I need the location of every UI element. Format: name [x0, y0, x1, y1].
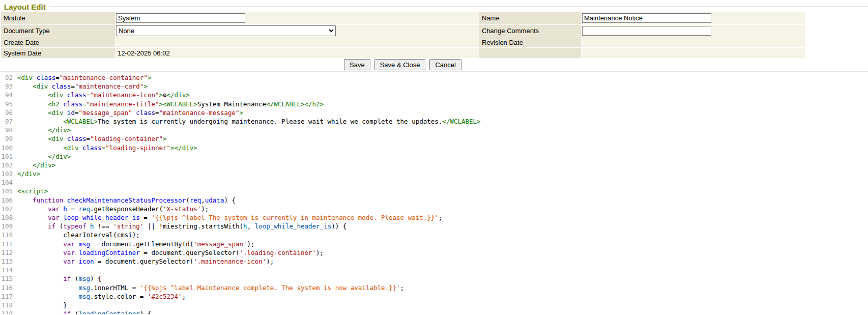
cancel-button[interactable]: Cancel [429, 59, 461, 70]
name-value-cell [582, 12, 805, 24]
code-line[interactable]: 119 if (loadingContainer) { [0, 309, 868, 314]
code-line[interactable]: 117 msg.style.color = '#2c5234'; [0, 292, 868, 301]
name-input[interactable] [582, 13, 711, 23]
change-comments-label: Change Comments [479, 25, 581, 37]
name-label: Name [479, 12, 581, 24]
code-line[interactable]: 116 msg.innerHTML = '{{%pjs ^label Maint… [0, 283, 868, 292]
line-number: 109 [0, 222, 13, 231]
layout-form: Module Name Document Type None Change Co… [1, 12, 806, 58]
system-date-label: System Date [1, 48, 115, 58]
code-line[interactable]: 106 function checkMaintenanceStatusProce… [0, 196, 868, 205]
code-line[interactable]: 108 var loop_while_header_is = '{{%pjs ^… [0, 213, 868, 222]
line-number: 92 [0, 73, 13, 82]
code-line[interactable]: 100 <div class="loading-spinner"></div> [0, 144, 868, 152]
code-text: var h = req.getResponseHeader('X-status'… [17, 205, 209, 213]
code-line[interactable]: 99 <div class="loading-container"> [0, 134, 868, 143]
line-number: 110 [0, 231, 13, 239]
line-number: 97 [0, 117, 13, 126]
code-line[interactable]: 104 [0, 178, 868, 187]
code-line[interactable]: 115 if (msg) { [0, 274, 868, 283]
code-line[interactable]: 92<div class="maintenance-container"> [0, 73, 868, 82]
line-number: 105 [0, 187, 13, 195]
line-number: 117 [0, 292, 13, 301]
revision-date-value-cell [582, 37, 805, 47]
code-editor[interactable]: 92<div class="maintenance-container">93 … [0, 71, 868, 314]
code-line[interactable]: 113 var icon = document.querySelector('.… [0, 257, 868, 266]
code-text: </div> [17, 153, 71, 160]
code-text: function checkMaintenanceStatusProcessor… [17, 196, 236, 204]
code-text: var loop_while_header_is = '{{%pjs ^labe… [17, 214, 442, 221]
line-number: 119 [0, 309, 13, 314]
line-number: 98 [0, 126, 13, 134]
line-number: 114 [0, 266, 13, 274]
save-and-close-button[interactable]: Save & Close [374, 59, 426, 70]
code-line[interactable]: 97 <WCLABEL>The system is currently unde… [0, 117, 868, 126]
code-text: var msg = document.getElementById('messa… [17, 240, 255, 248]
create-date-label: Create Date [1, 37, 115, 47]
code-line[interactable]: 102 </div> [0, 161, 868, 169]
code-line[interactable]: 93 <div class="maintenance-card"> [0, 82, 868, 91]
code-text: </div> [17, 161, 55, 169]
code-line[interactable]: 107 var h = req.getResponseHeader('X-sta… [0, 205, 868, 213]
save-button[interactable]: Save [344, 59, 370, 70]
line-number: 116 [0, 283, 13, 292]
code-line[interactable]: 114 [0, 266, 868, 274]
line-number: 118 [0, 301, 13, 309]
line-number: 112 [0, 248, 13, 257]
code-line[interactable]: 95 <h2 class="maintenance-title"><WCLABE… [0, 100, 868, 108]
module-value-cell [115, 12, 479, 24]
system-date-value-cell: 12-02-2025 06:02 [115, 48, 479, 58]
code-text: <div class="loading-spinner"></div> [17, 144, 197, 152]
title-rule [49, 7, 868, 8]
code-text: if (msg) { [17, 275, 102, 282]
line-number: 101 [0, 152, 13, 161]
code-line[interactable]: 110 clearInterval(cmsi); [0, 231, 868, 239]
line-number: 113 [0, 257, 13, 266]
code-text: var icon = document.querySelector('.main… [17, 257, 274, 265]
code-line[interactable]: 103</div> [0, 169, 868, 178]
code-line[interactable]: 109 if (typeof h !== 'string' || !miestr… [0, 222, 868, 231]
line-number: 106 [0, 196, 13, 205]
line-number: 100 [0, 144, 13, 152]
line-number: 102 [0, 161, 13, 169]
line-number: 99 [0, 134, 13, 143]
document-type-select[interactable]: None [116, 25, 336, 36]
code-line[interactable]: 94 <div class="maintenance-icon">⚙</div> [0, 91, 868, 99]
revision-date-label: Revision Date [479, 37, 581, 47]
line-number: 115 [0, 274, 13, 283]
code-line[interactable]: 101 </div> [0, 152, 868, 161]
code-text: <div id="message_span" class="maintenanc… [17, 109, 243, 117]
line-number: 111 [0, 240, 13, 248]
line-number: 96 [0, 108, 13, 117]
code-text: <div class="maintenance-card"> [17, 82, 148, 90]
code-text: clearInterval(cmsi); [17, 231, 140, 239]
code-text: <h2 class="maintenance-title"><WCLABEL>S… [17, 100, 324, 108]
line-number: 93 [0, 82, 13, 91]
button-bar: Save Save & Close Cancel [0, 58, 805, 71]
code-line[interactable]: 111 var msg = document.getElementById('m… [0, 240, 868, 248]
code-text: <WCLABEL>The system is currently undergo… [17, 118, 481, 125]
code-text: msg.innerHTML = '{{%pjs ^label Maintenan… [17, 284, 404, 292]
code-text: if (loadingContainer) { [17, 310, 151, 314]
code-text: <script> [17, 187, 48, 195]
empty-value-cell [582, 48, 805, 58]
change-comments-value-cell [582, 25, 805, 37]
document-type-label: Document Type [1, 25, 115, 37]
system-date-value: 12-02-2025 06:02 [115, 49, 170, 57]
code-text: <div class="maintenance-icon">⚙</div> [17, 91, 190, 99]
code-line[interactable]: 112 var loadingContainer = document.quer… [0, 248, 868, 257]
page: Layout Edit Module Name Document Type No… [0, 0, 868, 314]
code-text: msg.style.color = '#2c5234'; [17, 293, 186, 300]
line-number: 108 [0, 213, 13, 222]
code-line[interactable]: 96 <div id="message_span" class="mainten… [0, 108, 868, 117]
page-title: Layout Edit [4, 3, 46, 11]
code-line[interactable]: 98 </div> [0, 126, 868, 134]
page-header: Layout Edit [0, 0, 868, 12]
line-number: 104 [0, 178, 13, 187]
change-comments-input[interactable] [582, 26, 711, 36]
code-line[interactable]: 118 } [0, 301, 868, 309]
code-line[interactable]: 105<script> [0, 187, 868, 195]
module-input[interactable] [116, 13, 245, 23]
line-number: 103 [0, 169, 13, 178]
code-text: if (typeof h !== 'string' || !miestring.… [17, 222, 346, 230]
